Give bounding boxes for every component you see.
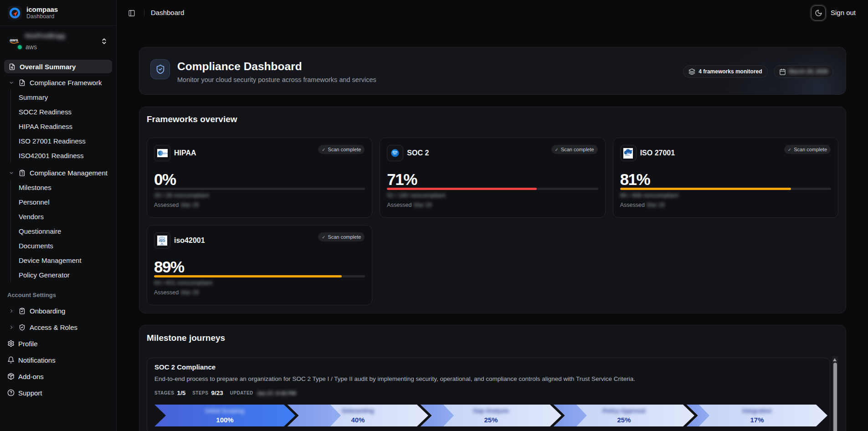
svg-text:ISO: ISO bbox=[627, 152, 630, 154]
svg-text:ISO: ISO bbox=[159, 239, 165, 243]
svg-text:SOC: SOC bbox=[394, 153, 397, 155]
svg-text:HIPAA: HIPAA bbox=[162, 152, 168, 155]
svg-text:aws: aws bbox=[10, 37, 18, 42]
